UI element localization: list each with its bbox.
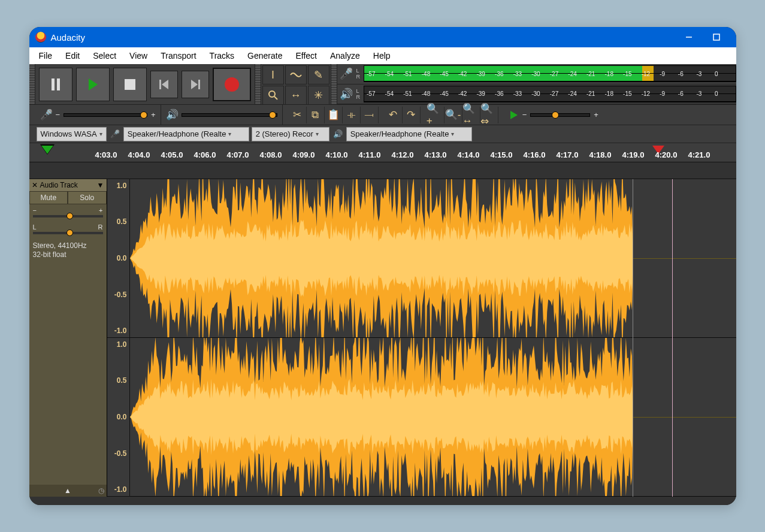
pan-slider[interactable]: LR [29, 221, 107, 238]
playback-meter[interactable]: 🔊 LR -57-54-51-48-45-42-39-36-33-30-27-2… [337, 84, 736, 105]
app-icon [35, 32, 46, 43]
timeline-ruler[interactable]: 4:03.0 4:04.0 4:05.0 4:06.0 4:07.0 4:08.… [29, 143, 736, 162]
paste-icon[interactable]: 📋 [325, 107, 343, 123]
play-icon [509, 110, 519, 120]
track-menu-icon[interactable]: ▼ [97, 181, 104, 189]
app-window: Audacity File Edit Select View Transport… [29, 27, 736, 505]
audio-host-select[interactable]: Windows WASA▾ [37, 127, 107, 141]
track-area-spacer [29, 162, 736, 179]
svg-marker-12 [510, 111, 518, 119]
titlebar[interactable]: Audacity [29, 27, 736, 47]
tools-toolbar: I ✎ ↔ ✳ [261, 64, 331, 104]
trim-icon[interactable]: ⟛ [343, 107, 361, 123]
silence-icon[interactable]: ⟞ [361, 107, 379, 123]
menu-generate[interactable]: Generate [241, 49, 288, 63]
zoom-out-icon[interactable]: 🔍- [445, 107, 462, 123]
zoom-in-icon[interactable]: 🔍+ [427, 107, 445, 123]
selection-tool-icon[interactable]: I [262, 65, 284, 84]
app-title: Audacity [51, 32, 86, 43]
toolbar-grip[interactable] [29, 64, 35, 104]
playback-device-select[interactable]: Speaker/Headphone (Realte▾ [346, 127, 472, 141]
draw-tool-icon[interactable]: ✎ [308, 65, 329, 84]
svg-line-11 [274, 96, 277, 99]
track-header[interactable]: ✕ Audio Track ▼ [29, 179, 107, 191]
vertical-scale[interactable]: 1.0 0.5 0.0 -0.5 -1.0 1.0 0.5 0.0 -0.5 -… [107, 179, 130, 497]
menu-file[interactable]: File [33, 49, 59, 63]
svg-marker-4 [89, 78, 98, 90]
svg-rect-2 [52, 78, 55, 90]
stop-button[interactable] [113, 68, 147, 101]
fit-project-icon[interactable]: 🔍⇔ [480, 107, 498, 123]
playhead-start-icon[interactable] [41, 146, 53, 154]
record-button[interactable] [213, 68, 251, 101]
menu-edit[interactable]: Edit [59, 49, 86, 63]
svg-rect-1 [713, 34, 719, 40]
skip-end-button[interactable] [182, 71, 209, 98]
multi-tool-icon[interactable]: ✳ [308, 86, 329, 105]
transport-toolbar: I ✎ ↔ ✳ 🎤 LR -57-54-51-48-45-42-39-36-33… [29, 64, 736, 105]
recording-channels-select[interactable]: 2 (Stereo) Recor▾ [252, 127, 329, 141]
svg-point-10 [269, 91, 275, 97]
maximize-button[interactable] [703, 27, 730, 47]
menu-analyze[interactable]: Analyze [324, 49, 366, 63]
toolbar-grip-3[interactable] [331, 64, 337, 104]
play-button[interactable] [76, 68, 110, 101]
menubar: File Edit Select View Transport Tracks G… [29, 47, 736, 64]
svg-rect-9 [198, 80, 200, 89]
chevron-down-icon: ▾ [316, 131, 319, 137]
playback-volume-slider[interactable]: 🔊 [161, 105, 283, 125]
chevron-down-icon: ▾ [99, 131, 102, 137]
minimize-button[interactable] [675, 27, 703, 47]
meter-scale: -57-54-51-48-45-42-39-36-33-30-27-24-21-… [364, 86, 736, 102]
gain-slider[interactable]: −+ [29, 204, 107, 221]
menu-transport[interactable]: Transport [155, 49, 202, 63]
speaker-icon: 🔊 [166, 108, 178, 121]
speaker-icon: 🔊 [340, 87, 353, 101]
microphone-icon: 🎤 [40, 108, 52, 121]
selection-boundary[interactable] [633, 179, 633, 497]
menu-select[interactable]: Select [87, 49, 122, 63]
pause-button[interactable] [39, 68, 72, 101]
close-track-icon[interactable]: ✕ [32, 181, 38, 189]
speaker-icon: 🔊 [331, 129, 345, 138]
fit-selection-icon[interactable]: 🔍↔ [462, 107, 480, 123]
menu-view[interactable]: View [123, 49, 153, 63]
footer-spacer [29, 497, 736, 505]
sync-lock-icon: ◷ [98, 486, 104, 495]
microphone-icon: 🎤 [340, 67, 353, 80]
cursor-line[interactable] [672, 179, 673, 497]
zoom-tool-icon[interactable] [262, 86, 284, 105]
recording-volume-slider[interactable]: 🎤 − + [35, 105, 161, 125]
waveform-right-channel[interactable] [130, 338, 736, 497]
svg-rect-5 [125, 79, 135, 90]
waveform-left-channel[interactable] [130, 179, 736, 338]
undo-icon[interactable]: ↶ [385, 107, 403, 123]
menu-effect[interactable]: Effect [289, 49, 323, 63]
redo-icon[interactable]: ↷ [403, 107, 421, 123]
timeshift-tool-icon[interactable]: ↔ [285, 86, 307, 105]
menu-help[interactable]: Help [367, 49, 397, 63]
track-control-panel[interactable]: ✕ Audio Track ▼ Mute Solo −+ LR Stereo, … [29, 179, 107, 497]
play-at-speed[interactable]: − + [504, 105, 603, 125]
skip-start-button[interactable] [150, 71, 178, 98]
solo-button[interactable]: Solo [68, 191, 107, 204]
waveform-display[interactable] [130, 179, 736, 497]
meter-scale: -57-54-51-48-45-42-39-36-33-30-27-24-21-… [364, 66, 736, 81]
cut-icon[interactable]: ✂ [289, 107, 307, 123]
mixer-edit-toolbar: 🎤 − + 🔊 ✂ ⧉ 📋 ⟛ ⟞ ↶ ↷ 🔍+ 🔍- 🔍↔ 🔍⇔ − + [29, 105, 736, 125]
chevron-down-icon: ▾ [451, 131, 454, 137]
track-collapse-button[interactable]: ▲◷ [29, 485, 107, 497]
svg-rect-6 [159, 80, 161, 89]
microphone-icon: 🎤 [108, 129, 122, 138]
svg-marker-8 [191, 80, 198, 89]
menu-tracks[interactable]: Tracks [204, 49, 240, 63]
copy-icon[interactable]: ⧉ [307, 107, 325, 123]
track-name: Audio Track [40, 181, 78, 189]
svg-marker-7 [162, 80, 168, 89]
recording-meter[interactable]: 🎤 LR -57-54-51-48-45-42-39-36-33-30-27-2… [337, 64, 736, 84]
device-toolbar: Windows WASA▾ 🎤 Speaker/Headphone (Realt… [29, 125, 736, 143]
toolbar-grip-2[interactable] [255, 64, 261, 104]
mute-button[interactable]: Mute [29, 191, 68, 204]
recording-device-select[interactable]: Speaker/Headphone (Realte▾ [123, 127, 249, 141]
envelope-tool-icon[interactable] [285, 65, 307, 84]
